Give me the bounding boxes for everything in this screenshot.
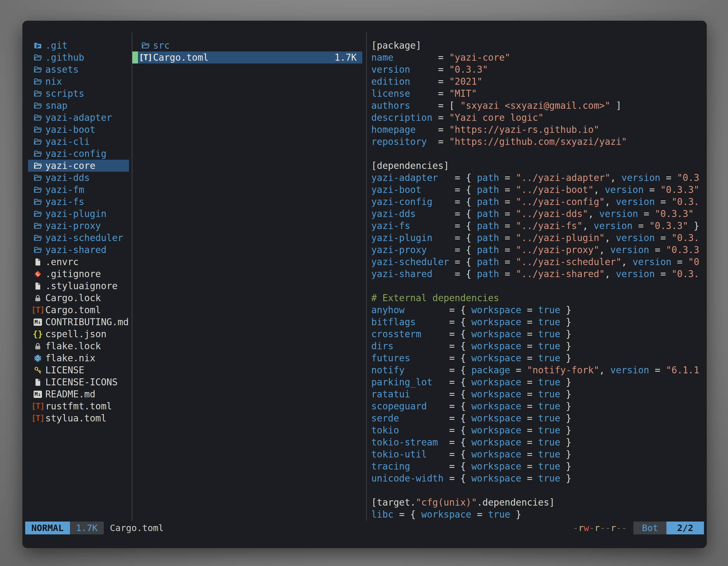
file-row[interactable]: yazi-scheduler [28, 232, 129, 244]
file-name: yazi-fm [45, 184, 84, 195]
parent-pane[interactable]: .git.githubassetsnixscriptssnapyazi-adap… [22, 32, 132, 521]
preview-line: homepage = "https://yazi-rs.github.io" [371, 124, 707, 136]
folder-icon [34, 90, 42, 98]
file-row[interactable]: snap [28, 100, 129, 112]
preview-line: dirs = { workspace = true } [371, 340, 707, 352]
folder-icon [34, 162, 42, 170]
file-size: 1.7K [335, 52, 362, 63]
preview-line: parking_lot = { workspace = true } [371, 376, 707, 388]
file-row[interactable]: [T]Cargo.toml [28, 304, 129, 316]
file-name: flake.lock [45, 340, 101, 351]
preview-pane[interactable]: [package]name = "yazi-core"version = "0.… [367, 32, 707, 521]
file-row[interactable]: scripts [28, 88, 129, 100]
file-name: scripts [45, 88, 84, 99]
preview-line: yazi-proxy = { path = "../yazi-proxy", v… [371, 244, 707, 256]
preview-line: version = "0.3.3" [371, 64, 707, 76]
file-row[interactable]: Cargo.lock [28, 292, 129, 304]
file-row[interactable]: yazi-fm [28, 184, 129, 196]
file-row[interactable]: .styluaignore [28, 280, 129, 292]
preview-line: description = "Yazi core logic" [371, 112, 707, 124]
file-name: .git [45, 40, 67, 51]
file-name: README.md [45, 389, 95, 400]
preview-line: tokio = { workspace = true } [371, 424, 707, 436]
folder-icon [34, 210, 42, 218]
preview-line: yazi-boot = { path = "../yazi-boot", ver… [371, 184, 707, 196]
file-row[interactable]: nix [28, 76, 129, 88]
file-row[interactable]: LICENSE-ICONS [28, 376, 129, 388]
file-name: LICENSE [45, 365, 84, 375]
permissions-text: -rw-r--r-- [573, 523, 627, 533]
file-row[interactable]: LICENSE [28, 364, 129, 376]
file-row[interactable]: .git [28, 39, 129, 51]
file-row[interactable]: {}cspell.json [28, 328, 129, 340]
file-name: Cargo.lock [45, 292, 101, 303]
file-row[interactable]: [T]Cargo.toml1.7K [132, 51, 362, 64]
gutter-spacer [132, 39, 138, 51]
file-row[interactable]: [T]rustfmt.toml [28, 400, 129, 412]
toml-icon: [T] [141, 53, 150, 62]
file-row[interactable]: yazi-cli [28, 136, 129, 148]
gitignore-icon [34, 270, 42, 278]
file-name: .gitignore [45, 269, 101, 280]
preview-line [371, 148, 707, 160]
file-name: yazi-dds [45, 172, 90, 183]
file-row[interactable]: .gitignore [28, 268, 129, 280]
folder-icon [34, 53, 42, 62]
file-row[interactable]: .github [28, 51, 129, 64]
file-row[interactable]: yazi-config [28, 148, 129, 160]
toml-icon: [T] [34, 306, 42, 314]
file-row[interactable]: .envrc [28, 256, 129, 268]
file-name: yazi-plugin [45, 208, 107, 219]
file-name: .github [45, 52, 84, 63]
file-row[interactable]: yazi-plugin [28, 208, 129, 220]
file-row[interactable]: yazi-core [28, 160, 129, 172]
preview-line: tracing = { workspace = true } [371, 460, 707, 472]
preview-line: tokio-stream = { workspace = true } [371, 436, 707, 448]
file-row[interactable]: yazi-shared [28, 244, 129, 256]
preview-line: edition = "2021" [371, 76, 707, 88]
file-name: .envrc [45, 257, 79, 267]
file-row[interactable]: yazi-boot [28, 124, 129, 136]
lock-icon [34, 342, 42, 350]
file-row[interactable]: [T]stylua.toml [28, 412, 129, 424]
file-name: stylua.toml [45, 413, 107, 424]
git-folder-icon [34, 41, 42, 50]
current-pane[interactable]: src[T]Cargo.toml1.7K [132, 32, 367, 521]
preview-line: license = "MIT" [371, 88, 707, 100]
toml-icon: [T] [34, 402, 42, 410]
preview-line: # External dependencies [371, 292, 707, 304]
file-name: assets [45, 64, 79, 75]
file-row[interactable]: flake.lock [28, 340, 129, 352]
file-row[interactable]: flake.nix [28, 352, 129, 364]
preview-line: libc = { workspace = true } [371, 508, 707, 520]
preview-line: name = "yazi-core" [371, 51, 707, 64]
file-row[interactable]: M↓CONTRIBUTING.md [28, 316, 129, 328]
folder-icon [34, 186, 42, 194]
scroll-position-badge: Bot [633, 522, 666, 534]
file-name: cspell.json [45, 328, 107, 339]
file-row[interactable]: assets [28, 64, 129, 76]
file-row[interactable]: yazi-adapter [28, 112, 129, 124]
folder-icon [34, 150, 42, 158]
file-row[interactable]: yazi-dds [28, 172, 129, 184]
file-row[interactable]: src [132, 39, 362, 51]
preview-line: yazi-fs = { path = "../yazi-fs", version… [371, 220, 707, 232]
folder-icon [34, 246, 42, 254]
preview-line: unicode-width = { workspace = true } [371, 472, 707, 484]
file-name: src [153, 40, 170, 51]
file-row[interactable]: yazi-proxy [28, 220, 129, 232]
file-name: snap [45, 100, 67, 111]
file-icon [34, 258, 42, 266]
file-name: yazi-config [45, 148, 107, 159]
folder-icon [34, 234, 42, 242]
file-row[interactable]: M↓README.md [28, 388, 129, 400]
file-name: CONTRIBUTING.md [45, 316, 129, 327]
file-name: flake.nix [45, 353, 95, 363]
file-name: yazi-adapter [45, 112, 112, 123]
folder-icon [34, 114, 42, 122]
preview-line: yazi-adapter = { path = "../yazi-adapter… [371, 172, 707, 184]
file-row[interactable]: yazi-fs [28, 196, 129, 208]
nix-icon [34, 354, 42, 362]
preview-line: authors = [ "sxyazi <sxyazi@gmail.com>" … [371, 100, 707, 112]
file-name: yazi-boot [45, 124, 95, 135]
